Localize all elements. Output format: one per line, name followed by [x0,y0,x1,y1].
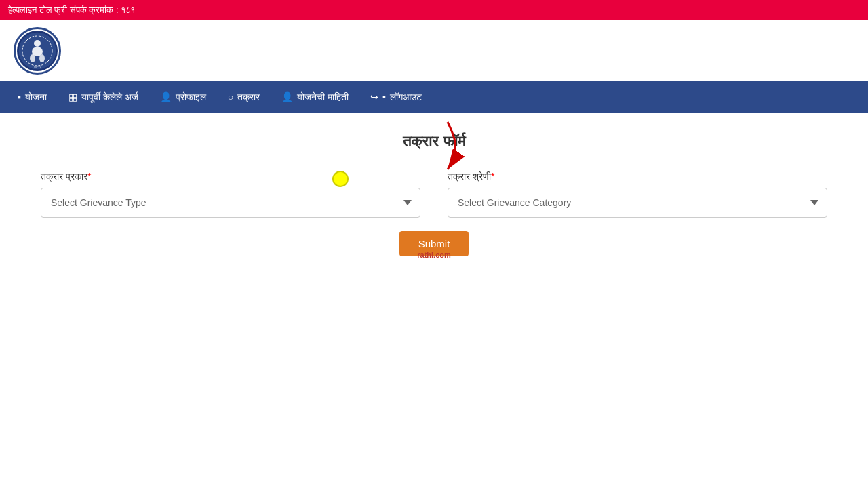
grievance-type-label: तक्रार प्रकार* [41,171,420,182]
header: WCD [0,20,868,81]
nav-yapurvi-label: यापूर्वी केलेले अर्ज [81,92,138,103]
submit-container: Submit rathi.com [41,231,827,256]
nav-profile-label: प्रोफाइल [176,92,206,103]
yojana-icon: ▪ [18,92,21,102]
nav-takrar-label: तक्रार [237,92,260,103]
grievance-category-select[interactable]: Select Grievance Category [448,188,827,218]
nav-logout-label: लॉगआउट [390,92,422,103]
svg-text:WCD: WCD [34,66,41,69]
navigation: ▪ योजना ▦ यापूर्वी केलेले अर्ज 👤 प्रोफाइ… [0,81,868,113]
takrar-icon: ○ [228,92,233,102]
logo-inner: WCD [17,30,58,71]
svg-point-5 [39,54,45,62]
svg-point-4 [30,54,35,62]
watermark: rathi.com [417,251,451,259]
nav-yojana-mahiti[interactable]: 👤 योजनेची माहिती [271,81,359,113]
nav-mahiti-label: योजनेची माहिती [297,92,349,103]
grievance-type-group: तक्रार प्रकार* Select Grievance Type [41,171,420,218]
nav-profile[interactable]: 👤 प्रोफाइल [149,81,217,113]
grievance-category-label: तक्रार श्रेणी* [448,171,827,182]
profile-icon: 👤 [160,92,172,102]
nav-logout[interactable]: ↪ • लॉगआउट [359,81,433,113]
mahiti-icon: 👤 [281,92,293,102]
banner-text: हेल्पलाइन टोल फ्री संपर्क क्रमांक : १८१ [8,5,135,16]
yapurvi-icon: ▦ [68,92,77,102]
form-row: तक्रार प्रकार* Select Grievance Type तक्… [41,171,827,218]
top-banner: हेल्पलाइन टोल फ्री संपर्क क्रमांक : १८१ [0,0,868,20]
nav-yojana[interactable]: ▪ योजना [7,81,58,113]
logout-icon: ↪ [370,92,378,102]
main-content: तक्रार फॉर्म तक्रार प्रकार* Select Griev… [0,113,868,277]
cursor-indicator [332,171,349,187]
logo: WCD [14,27,61,75]
nav-takrar[interactable]: ○ तक्रार [217,81,271,113]
svg-point-2 [34,40,41,47]
logout-dot: • [382,92,386,102]
form-title: तक्रार फॉर्म [41,133,827,150]
grievance-category-group: तक्रार श्रेणी* Select Grievance Category [448,171,827,218]
nav-yapurvi[interactable]: ▦ यापूर्वी केलेले अर्ज [58,81,149,113]
grievance-type-select[interactable]: Select Grievance Type [41,188,420,218]
nav-yojana-label: योजना [25,92,47,103]
